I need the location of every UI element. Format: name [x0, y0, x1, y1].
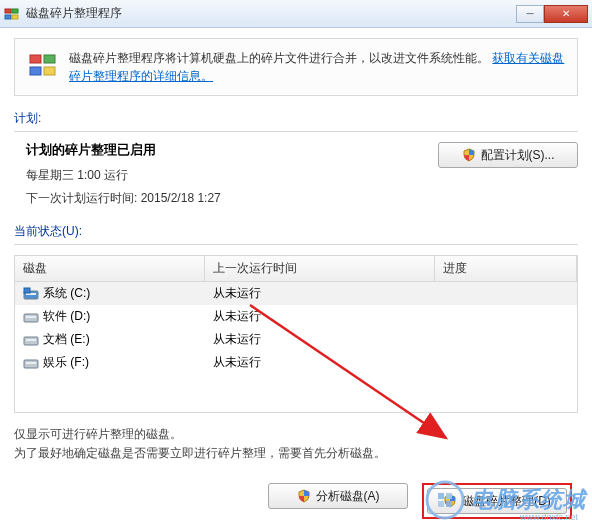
last-run-value: 从未运行	[205, 285, 435, 302]
svg-rect-19	[438, 493, 444, 499]
note-line-2: 为了最好地确定磁盘是否需要立即进行碎片整理，需要首先分析磁盘。	[14, 444, 578, 463]
schedule-next-run-text: 下一次计划运行时间: 2015/2/18 1:27	[26, 190, 438, 207]
configure-schedule-button[interactable]: 配置计划(S)...	[438, 142, 578, 168]
svg-rect-7	[44, 67, 55, 75]
svg-rect-4	[30, 55, 41, 63]
disk-table: 磁盘 上一次运行时间 进度 系统 (C:) 从未运行 软件 (D:) 从未运行	[14, 255, 578, 413]
minimize-button[interactable]: ─	[516, 5, 544, 23]
drive-icon	[23, 356, 39, 370]
defrag-icon	[27, 49, 59, 81]
drive-icon	[23, 310, 39, 324]
watermark: 电脑系统城 www.dnxtc.net	[425, 480, 586, 520]
window-title: 磁盘碎片整理程序	[26, 5, 516, 22]
schedule-enabled-text: 计划的碎片整理已启用	[26, 142, 438, 159]
drive-icon	[23, 287, 39, 301]
svg-rect-12	[26, 316, 36, 318]
svg-rect-14	[26, 339, 36, 341]
table-row[interactable]: 系统 (C:) 从未运行	[15, 282, 577, 305]
schedule-section-label: 计划:	[14, 110, 578, 127]
svg-rect-10	[24, 288, 30, 293]
info-banner: 磁盘碎片整理程序将计算机硬盘上的碎片文件进行合并，以改进文件系统性能。 获取有关…	[14, 38, 578, 96]
svg-rect-5	[44, 55, 55, 63]
app-icon	[4, 6, 20, 22]
disk-name: 系统 (C:)	[43, 285, 90, 302]
svg-rect-6	[30, 67, 41, 75]
drive-icon	[23, 333, 39, 347]
svg-rect-22	[446, 501, 452, 507]
column-header-last-run[interactable]: 上一次运行时间	[205, 256, 435, 281]
disk-name: 软件 (D:)	[43, 308, 90, 325]
disk-name: 文档 (E:)	[43, 331, 90, 348]
shield-icon	[297, 489, 311, 503]
schedule-frequency-text: 每星期三 1:00 运行	[26, 167, 438, 184]
last-run-value: 从未运行	[205, 308, 435, 325]
last-run-value: 从未运行	[205, 354, 435, 371]
column-header-disk[interactable]: 磁盘	[15, 256, 205, 281]
close-button[interactable]: ✕	[544, 5, 588, 23]
svg-rect-20	[446, 493, 452, 499]
svg-point-18	[427, 482, 463, 518]
svg-rect-16	[26, 362, 36, 364]
status-section-label: 当前状态(U):	[14, 223, 578, 240]
table-row[interactable]: 娱乐 (F:) 从未运行	[15, 351, 577, 374]
shield-icon	[462, 148, 476, 162]
note-line-1: 仅显示可进行碎片整理的磁盘。	[14, 425, 578, 444]
watermark-logo-icon	[425, 480, 465, 520]
analyze-disk-button[interactable]: 分析磁盘(A)	[268, 483, 408, 509]
svg-rect-21	[438, 501, 444, 507]
column-header-progress[interactable]: 进度	[435, 256, 577, 281]
svg-rect-3	[12, 15, 18, 19]
table-row[interactable]: 文档 (E:) 从未运行	[15, 328, 577, 351]
svg-rect-1	[12, 9, 18, 13]
table-row[interactable]: 软件 (D:) 从未运行	[15, 305, 577, 328]
last-run-value: 从未运行	[205, 331, 435, 348]
svg-rect-2	[5, 15, 11, 19]
info-text: 磁盘碎片整理程序将计算机硬盘上的碎片文件进行合并，以改进文件系统性能。	[69, 51, 489, 65]
svg-rect-0	[5, 9, 11, 13]
disk-name: 娱乐 (F:)	[43, 354, 89, 371]
